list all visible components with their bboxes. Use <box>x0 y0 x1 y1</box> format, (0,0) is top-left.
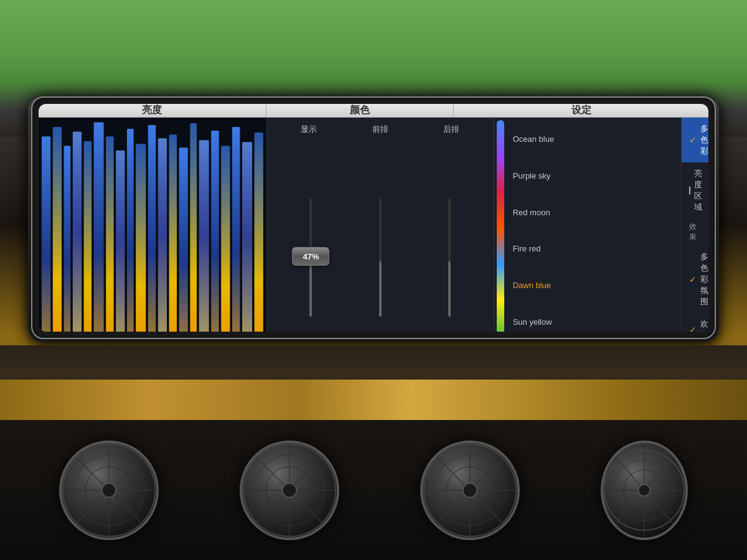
slider-label-front: 前排 <box>372 124 388 135</box>
svg-rect-7 <box>116 151 125 332</box>
svg-rect-1 <box>53 127 62 332</box>
svg-rect-11 <box>158 138 167 332</box>
svg-rect-10 <box>148 125 156 332</box>
vent-1 <box>59 441 159 540</box>
vent-2 <box>240 441 339 540</box>
svg-rect-13 <box>179 147 188 332</box>
setting-multicolor-label: 多色彩 <box>700 123 708 157</box>
svg-rect-17 <box>221 146 230 332</box>
color-dawn-blue[interactable]: Dawn blue <box>507 276 678 295</box>
svg-point-28 <box>102 483 116 497</box>
light-bars-container <box>39 118 266 332</box>
slider-labels-row: 显示 前排 后排 <box>267 118 494 138</box>
svg-rect-8 <box>127 129 134 332</box>
screen-bezel: 亮度 颜色 设定 <box>31 96 716 339</box>
vents-area <box>0 420 747 560</box>
display-slider-thumb[interactable]: 47% <box>292 247 329 266</box>
svg-rect-6 <box>106 136 113 332</box>
setting-effects-section: 效果 <box>682 218 708 246</box>
color-ocean-blue[interactable]: Ocean blue <box>507 129 678 149</box>
setting-multicolor[interactable]: ✓ 多色彩 <box>682 118 708 162</box>
color-selection-panel: Ocean blue Purple sky Red moon Fire red … <box>494 118 682 332</box>
setting-brightness-zone-label: 亮度区域 <box>694 168 702 213</box>
color-list: Ocean blue Purple sky Red moon Fire red … <box>494 118 681 332</box>
vent-3 <box>420 441 520 540</box>
svg-rect-12 <box>169 134 177 332</box>
dashboard-top-trim <box>0 345 747 383</box>
slider-label-rear: 后排 <box>443 124 459 135</box>
svg-point-52 <box>639 484 651 496</box>
brightness-title: 亮度 <box>142 104 162 117</box>
slider-label-display: 显示 <box>301 124 317 135</box>
setting-multicolor-ambience[interactable]: ✓ 多色彩氛围 <box>682 246 708 313</box>
svg-rect-19 <box>242 142 252 332</box>
svg-rect-15 <box>199 140 209 332</box>
color-sun-yellow[interactable]: Sun yellow <box>507 312 678 332</box>
svg-rect-14 <box>190 123 197 332</box>
settings-title: 设定 <box>571 104 591 117</box>
ambient-light-visualization <box>39 118 266 332</box>
svg-rect-16 <box>211 131 218 332</box>
check-multicolor-ambience: ✓ <box>689 274 697 284</box>
color-fire-red[interactable]: Fire red <box>507 239 678 258</box>
svg-rect-18 <box>232 127 240 332</box>
setting-welcome[interactable]: ✓ 欢迎 <box>682 313 708 332</box>
check-multicolor: ✓ <box>689 135 697 145</box>
svg-point-36 <box>283 483 297 497</box>
svg-rect-4 <box>84 141 92 332</box>
vent-4 <box>601 441 688 540</box>
svg-rect-20 <box>255 133 263 332</box>
color-red-moon[interactable]: Red moon <box>507 203 678 222</box>
color-title: 颜色 <box>350 104 370 117</box>
vent-3-spokes <box>423 443 517 538</box>
svg-rect-0 <box>42 136 50 332</box>
brightness-sliders-panel: 显示 前排 后排 47% <box>266 118 494 332</box>
front-slider-track[interactable] <box>379 198 382 317</box>
settings-panel: ✓ 多色彩 亮度区域 效果 ✓ 多色彩氛围 <box>682 118 708 332</box>
screen-content: 显示 前排 后排 47% <box>39 118 708 332</box>
settings-inner: ✓ 多色彩 亮度区域 效果 ✓ 多色彩氛围 <box>682 118 708 332</box>
header-brightness: 亮度 <box>39 104 266 117</box>
setting-welcome-label: 欢迎 <box>700 319 708 332</box>
infotainment-screen: 亮度 颜色 设定 <box>39 104 708 332</box>
screen-header: 亮度 颜色 设定 <box>39 104 708 118</box>
viz-svg <box>42 118 263 332</box>
checkbox-brightness-zone <box>689 186 690 195</box>
check-welcome: ✓ <box>689 325 697 332</box>
svg-rect-3 <box>73 132 82 332</box>
color-purple-sky[interactable]: Purple sky <box>507 166 678 185</box>
header-color: 颜色 <box>266 104 454 117</box>
wood-trim <box>0 380 747 423</box>
svg-rect-5 <box>94 123 104 332</box>
setting-multicolor-ambience-label: 多色彩氛围 <box>700 251 708 307</box>
svg-point-44 <box>463 483 477 497</box>
sliders-row: 47% <box>267 138 494 332</box>
svg-rect-9 <box>136 144 146 332</box>
rear-slider-track[interactable] <box>448 198 451 317</box>
vent-4-spokes <box>603 443 685 538</box>
vent-1-spokes <box>62 443 156 538</box>
setting-brightness-zone[interactable]: 亮度区域 <box>682 162 708 218</box>
vent-2-spokes <box>242 443 337 538</box>
effects-section-label: 效果 <box>689 222 701 243</box>
header-settings: 设定 <box>454 104 708 117</box>
svg-rect-2 <box>64 146 71 332</box>
display-slider-track[interactable]: 47% <box>309 198 312 317</box>
